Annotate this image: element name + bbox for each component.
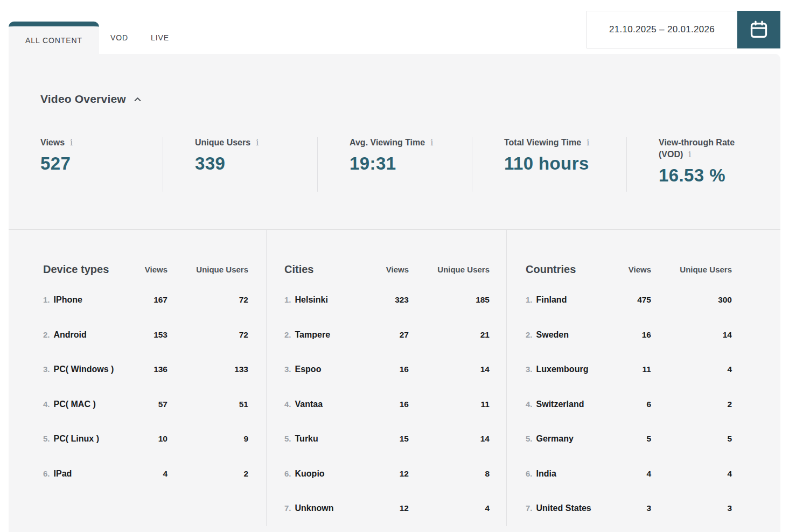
row-unique-users: 133 — [167, 365, 248, 374]
info-icon[interactable]: i — [586, 137, 589, 149]
calendar-icon — [749, 19, 769, 40]
row-rank: 4. — [526, 400, 533, 409]
column-unique-users: Unique Users — [409, 265, 490, 274]
tab-vod[interactable]: VOD — [99, 22, 139, 54]
table-row: 5.Germany 5 5 — [526, 422, 732, 457]
content-tabs: ALL CONTENT VOD LIVE — [9, 22, 180, 54]
row-views: 323 — [357, 295, 409, 305]
row-rank: 3. — [526, 365, 533, 374]
column-views: Views — [115, 265, 167, 274]
row-name: Luxembourg — [536, 365, 589, 374]
table-row: 2.Android 153 72 — [43, 318, 248, 353]
row-name: IPhone — [54, 295, 82, 304]
row-views: 16 — [357, 365, 409, 374]
row-unique-users: 185 — [409, 295, 490, 305]
row-name: PC( MAC ) — [54, 400, 96, 409]
row-name: Switzerland — [536, 400, 584, 409]
cities-table: Cities Views Unique Users 1.Helsinki 323… — [267, 230, 507, 526]
row-unique-users: 4 — [651, 365, 732, 374]
row-views: 16 — [357, 400, 409, 409]
row-rank: 6. — [526, 469, 533, 478]
row-unique-users: 14 — [651, 330, 732, 340]
video-overview-section: Video Overview Viewsi 527 Unique Usersi … — [9, 54, 780, 229]
table-row: 2.Sweden 16 14 — [526, 318, 732, 353]
stats-row: Viewsi 527 Unique Usersi 339 Avg. Viewin… — [40, 137, 780, 229]
tab-all-content-label: ALL CONTENT — [25, 36, 82, 45]
row-unique-users: 3 — [651, 503, 732, 513]
row-views: 10 — [115, 434, 167, 444]
countries-table: Countries Views Unique Users 1.Finland 4… — [507, 230, 780, 526]
row-unique-users: 21 — [409, 330, 490, 340]
stat-label: View-through Rate (VOD) — [659, 138, 735, 159]
table-row: 1.Helsinki 323 185 — [284, 283, 490, 318]
row-views: 12 — [357, 503, 409, 513]
row-name: Germany — [536, 434, 574, 443]
row-views: 6 — [599, 400, 651, 409]
table-row: 4.PC( MAC ) 57 51 — [43, 387, 248, 422]
info-icon[interactable]: i — [688, 149, 691, 160]
info-icon[interactable]: i — [70, 137, 73, 149]
info-icon[interactable]: i — [430, 137, 433, 149]
top-bar: ALL CONTENT VOD LIVE 21.10.2025 – 20.01.… — [9, 0, 780, 54]
row-views: 4 — [599, 469, 651, 479]
table-row: 2.Tampere 27 21 — [284, 318, 490, 353]
tab-live[interactable]: LIVE — [139, 22, 180, 54]
row-rank: 7. — [284, 503, 291, 513]
row-name: United States — [536, 503, 591, 513]
row-rank: 6. — [284, 469, 291, 478]
row-unique-users: 2 — [167, 469, 248, 479]
row-rank: 3. — [43, 365, 50, 374]
row-rank: 2. — [526, 330, 533, 339]
row-rank: 5. — [526, 434, 533, 443]
column-unique-users: Unique Users — [651, 265, 732, 274]
row-rank: 1. — [526, 295, 533, 304]
stat-view-through-rate: View-through Rate (VOD)i 16.53 % — [627, 137, 780, 192]
table-rows: 1.IPhone 167 72 2.Android 153 72 3.PC( W… — [43, 283, 248, 491]
row-views: 167 — [115, 295, 167, 305]
row-unique-users: 9 — [167, 434, 248, 444]
breakdown-tables: Device types Views Unique Users 1.IPhone… — [9, 229, 780, 526]
stat-unique-users: Unique Usersi 339 — [163, 137, 318, 192]
row-views: 27 — [357, 330, 409, 340]
row-unique-users: 51 — [167, 400, 248, 409]
stat-total-viewing-time: Total Viewing Timei 110 hours — [472, 137, 627, 192]
stat-label: Views — [40, 138, 65, 147]
date-range-value[interactable]: 21.10.2025 – 20.01.2026 — [586, 11, 737, 48]
video-overview-header[interactable]: Video Overview — [40, 93, 780, 106]
table-title: Countries — [526, 263, 599, 276]
main-panel: Video Overview Viewsi 527 Unique Usersi … — [9, 54, 780, 532]
table-row: 5.PC( Linux ) 10 9 — [43, 422, 248, 457]
row-views: 15 — [357, 434, 409, 444]
row-views: 11 — [599, 365, 651, 374]
table-row: 6.Kuopio 12 8 — [284, 457, 490, 492]
row-name: Kuopio — [295, 469, 325, 478]
row-rank: 3. — [284, 365, 291, 374]
row-rank: 4. — [43, 400, 50, 409]
table-row: 4.Vantaa 16 11 — [284, 387, 490, 422]
row-rank: 1. — [43, 295, 50, 304]
stat-label: Total Viewing Time — [504, 138, 581, 147]
row-unique-users: 14 — [409, 434, 490, 444]
table-title: Device types — [43, 263, 115, 276]
row-unique-users: 72 — [167, 330, 248, 340]
column-views: Views — [357, 265, 409, 274]
row-rank: 2. — [284, 330, 291, 339]
row-views: 136 — [115, 365, 167, 374]
row-views: 16 — [599, 330, 651, 340]
row-unique-users: 14 — [409, 365, 490, 374]
tab-all-content[interactable]: ALL CONTENT — [9, 22, 99, 54]
row-views: 3 — [599, 503, 651, 513]
calendar-button[interactable] — [737, 11, 780, 48]
table-row: 3.PC( Windows ) 136 133 — [43, 352, 248, 387]
row-rank: 2. — [43, 330, 50, 339]
table-row: 7.United States 3 3 — [526, 491, 732, 526]
info-icon[interactable]: i — [256, 137, 259, 149]
row-views: 57 — [115, 400, 167, 409]
table-row: 6.India 4 4 — [526, 457, 732, 492]
table-rows: 1.Helsinki 323 185 2.Tampere 27 21 3.Esp… — [284, 283, 490, 526]
stat-avg-viewing-time: Avg. Viewing Timei 19:31 — [318, 137, 472, 192]
row-rank: 5. — [43, 434, 50, 443]
table-header: Device types Views Unique Users — [43, 262, 248, 276]
table-rows: 1.Finland 475 300 2.Sweden 16 14 3.Luxem… — [526, 283, 732, 526]
row-rank: 5. — [284, 434, 291, 443]
